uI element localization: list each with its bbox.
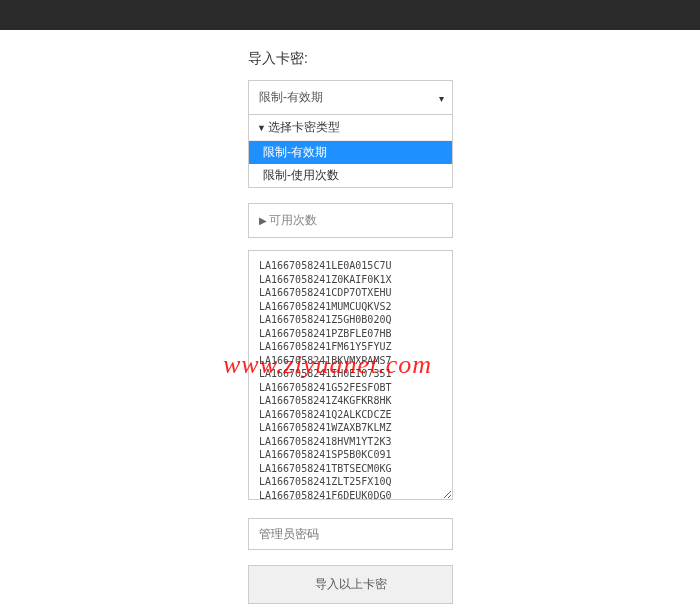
card-type-select-wrapper: 限制-有效期 选择卡密类型 限制-有效期 限制-使用次数	[248, 80, 453, 188]
header-bar	[0, 0, 700, 30]
admin-password-field[interactable]	[248, 518, 453, 550]
import-button[interactable]: 导入以上卡密	[248, 565, 453, 604]
dropdown-option-expiry[interactable]: 限制-有效期	[249, 141, 452, 164]
card-codes-wrapper: www.ziyuanet.com	[248, 250, 453, 503]
usage-count-placeholder: 可用次数	[269, 213, 317, 227]
card-type-dropdown: 选择卡密类型 限制-有效期 限制-使用次数	[248, 115, 453, 188]
card-type-select[interactable]: 限制-有效期	[248, 80, 453, 115]
dropdown-group-label: 选择卡密类型	[249, 115, 452, 141]
import-form: 导入卡密: 限制-有效期 选择卡密类型 限制-有效期 限制-使用次数 ▶可用次数…	[248, 30, 468, 608]
dropdown-option-count[interactable]: 限制-使用次数	[249, 164, 452, 187]
usage-count-field[interactable]: ▶可用次数	[248, 203, 453, 238]
page-title: 导入卡密:	[248, 50, 468, 68]
play-icon: ▶	[259, 215, 267, 226]
card-codes-textarea[interactable]	[248, 250, 453, 500]
